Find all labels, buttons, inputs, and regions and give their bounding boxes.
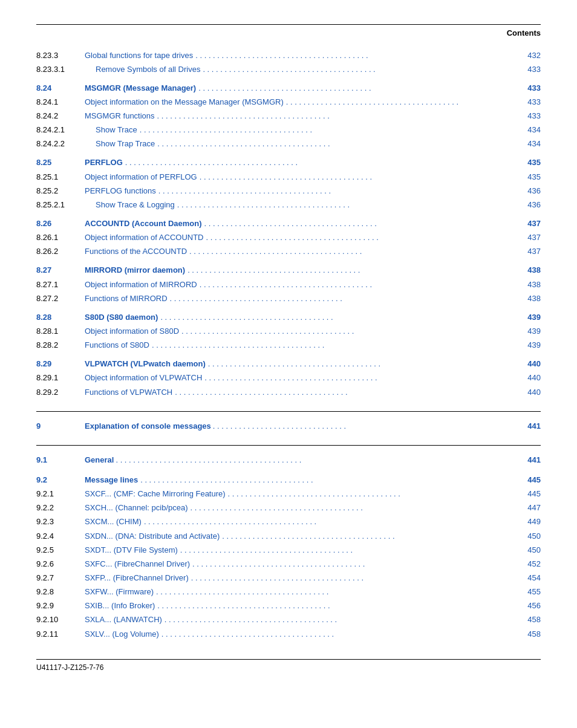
toc-dots: . . . . . . . . . . . . . . . . . . . . …: [206, 358, 519, 370]
toc-number: 8.23.3.1: [36, 63, 85, 76]
toc-title: VLPWATCH (VLPwatch daemon). . . . . . . …: [85, 358, 519, 370]
toc-title: S80D (S80 daemon). . . . . . . . . . . .…: [85, 311, 519, 323]
toc-dots: . . . . . . . . . . . . . . . . . . . . …: [123, 157, 519, 169]
toc-number: 8.29.2: [36, 386, 85, 398]
table-row: 8.26.1Object information of ACCOUNTD. . …: [36, 231, 541, 245]
toc-dots: . . . . . . . . . . . . . . . . . . . . …: [175, 199, 519, 211]
toc-dots: . . . . . . . . . . . . . . . . . . . . …: [185, 264, 519, 276]
toc-title-text: Functions of S80D: [85, 339, 149, 351]
toc-dots: . . . . . . . . . . . . . . . . . . . . …: [156, 185, 519, 197]
toc-number: 8.25.1: [36, 171, 85, 183]
toc-spacer: [36, 305, 541, 310]
table-row: 8.27.2Functions of MIRRORD. . . . . . . …: [36, 291, 541, 305]
table-row: 8.29VLPWATCH (VLPwatch daemon). . . . . …: [36, 357, 541, 371]
toc-title: SXLV... (Log Volume). . . . . . . . . . …: [85, 628, 519, 640]
toc-row-9: 9 Explanation of console messages . . . …: [36, 419, 541, 433]
toc-dots: . . . . . . . . . . . . . . . . . . . . …: [190, 558, 519, 570]
toc-page: 454: [519, 572, 541, 584]
toc-title-text: Message lines: [85, 474, 138, 486]
toc-title-text: PERFLOG functions: [85, 185, 156, 197]
toc-number: 9.2.2: [36, 502, 85, 514]
toc-title: SXCM... (CHIM). . . . . . . . . . . . . …: [85, 516, 519, 528]
toc-title: Object information on the Message Manage…: [85, 96, 519, 108]
toc-number: 9.2.7: [36, 572, 85, 584]
toc-dots: . . . . . . . . . . . . . . . . . . . . …: [202, 218, 519, 230]
toc-title-text: Object information of ACCOUNTD: [85, 232, 204, 244]
section-9-divider: [36, 445, 541, 446]
table-row: 8.27MIRRORD (mirror daemon). . . . . . .…: [36, 264, 541, 278]
toc-page: 439: [519, 325, 541, 337]
toc-page: 438: [519, 293, 541, 305]
toc-number: 9.2.1: [36, 488, 85, 500]
toc-num-9: 9: [36, 420, 85, 432]
toc-title-text: PERFLOG: [85, 157, 123, 169]
toc-dots: . . . . . . . . . . . . . . . . . . . . …: [197, 279, 519, 291]
spacer-after-91: [36, 467, 541, 473]
toc-page: 435: [519, 157, 541, 169]
table-row: 8.24.2.2Show Trap Trace. . . . . . . . .…: [36, 137, 541, 151]
toc-number: 8.24.2.1: [36, 124, 85, 136]
toc-number: 8.25: [36, 157, 85, 169]
toc-dots: . . . . . . . . . . . . . . . . . . . . …: [154, 586, 519, 598]
table-row: 8.28.1Object information of S80D. . . . …: [36, 325, 541, 339]
table-row: 9.2.5SXDT... (DTV File System). . . . . …: [36, 543, 541, 557]
toc-page: 445: [519, 474, 541, 486]
toc-page: 449: [519, 516, 541, 528]
toc-section-8: 8.23.3Global functions for tape drives. …: [36, 48, 541, 399]
toc-dots: . . . . . . . . . . . . . . . . . . . . …: [158, 311, 519, 323]
toc-dots: . . . . . . . . . . . . . . . . . . . . …: [187, 245, 519, 258]
toc-title-text: SXCF... (CMF: Cache Mirroring Feature): [85, 488, 226, 500]
toc-spacer: [36, 259, 541, 264]
table-row: 8.24.2MSGMGR functions. . . . . . . . . …: [36, 109, 541, 123]
toc-page-9-1: 441: [519, 454, 541, 466]
toc-title-text: Object information of MIRRORD: [85, 279, 197, 291]
toc-number: 8.23.3: [36, 50, 85, 62]
toc-title-text: Functions of MIRRORD: [85, 293, 168, 305]
toc-page: 440: [519, 386, 541, 398]
toc-title: Show Trace. . . . . . . . . . . . . . . …: [85, 124, 519, 136]
toc-title: Show Trap Trace. . . . . . . . . . . . .…: [85, 138, 519, 150]
toc-page: 452: [519, 558, 541, 570]
table-row: 9.2.11SXLV... (Log Volume). . . . . . . …: [36, 627, 541, 641]
toc-title-text: Object information on the Message Manage…: [85, 96, 284, 108]
toc-dots: . . . . . . . . . . . . . . . . . . . . …: [138, 474, 519, 486]
toc-title: Object information of ACCOUNTD. . . . . …: [85, 232, 519, 244]
header-title: Contents: [36, 28, 541, 37]
toc-page: 440: [519, 358, 541, 370]
toc-dots-9-1: . . . . . . . . . . . . . . . . . . . . …: [114, 454, 519, 466]
table-row: 8.25.1Object information of PERFLOG. . .…: [36, 170, 541, 184]
toc-title: Functions of MIRRORD. . . . . . . . . . …: [85, 293, 519, 305]
toc-spacer: [36, 353, 541, 357]
toc-number: 8.27.2: [36, 293, 85, 305]
toc-title: Object information of PERFLOG. . . . . .…: [85, 171, 519, 183]
toc-page: 447: [519, 502, 541, 514]
toc-title-9: Explanation of console messages: [85, 420, 211, 432]
toc-page: 445: [519, 488, 541, 500]
toc-dots: . . . . . . . . . . . . . . . . . . . . …: [188, 502, 519, 514]
table-row: 8.23.3.1Remove Symbols of all Drives. . …: [36, 62, 541, 76]
toc-title: Show Trace & Logging. . . . . . . . . . …: [85, 199, 519, 211]
toc-dots: . . . . . . . . . . . . . . . . . . . . …: [142, 516, 519, 528]
toc-dots: . . . . . . . . . . . . . . . . . . . . …: [284, 96, 519, 108]
table-row: 8.26.2Functions of the ACCOUNTD. . . . .…: [36, 245, 541, 259]
table-row: 8.28.2Functions of S80D. . . . . . . . .…: [36, 339, 541, 353]
table-row: 8.23.3Global functions for tape drives. …: [36, 48, 541, 62]
table-row: 8.28S80D (S80 daemon). . . . . . . . . .…: [36, 310, 541, 324]
toc-page: 439: [519, 339, 541, 351]
toc-dots: . . . . . . . . . . . . . . . . . . . . …: [172, 386, 519, 398]
table-row: 8.24MSGMGR (Message Manager). . . . . . …: [36, 81, 541, 95]
toc-title-text: MSGMGR (Message Manager): [85, 82, 196, 94]
toc-dots: . . . . . . . . . . . . . . . . . . . . …: [178, 544, 519, 556]
toc-title-text: SXDT... (DTV File System): [85, 544, 178, 556]
toc-number: 9.2.10: [36, 614, 85, 626]
toc-title: MIRRORD (mirror daemon). . . . . . . . .…: [85, 264, 519, 276]
toc-number: 8.29.1: [36, 372, 85, 384]
toc-number: 8.28: [36, 311, 85, 323]
toc-page: 434: [519, 124, 541, 136]
toc-page-9: 441: [519, 420, 541, 432]
footer-label: U41117-J-Z125-7-76: [36, 663, 541, 672]
toc-page: 450: [519, 544, 541, 556]
toc-dots: . . . . . . . . . . . . . . . . . . . . …: [179, 325, 519, 337]
toc-spacer: [36, 76, 541, 81]
toc-dots: . . . . . . . . . . . . . . . . . . . . …: [202, 372, 519, 384]
